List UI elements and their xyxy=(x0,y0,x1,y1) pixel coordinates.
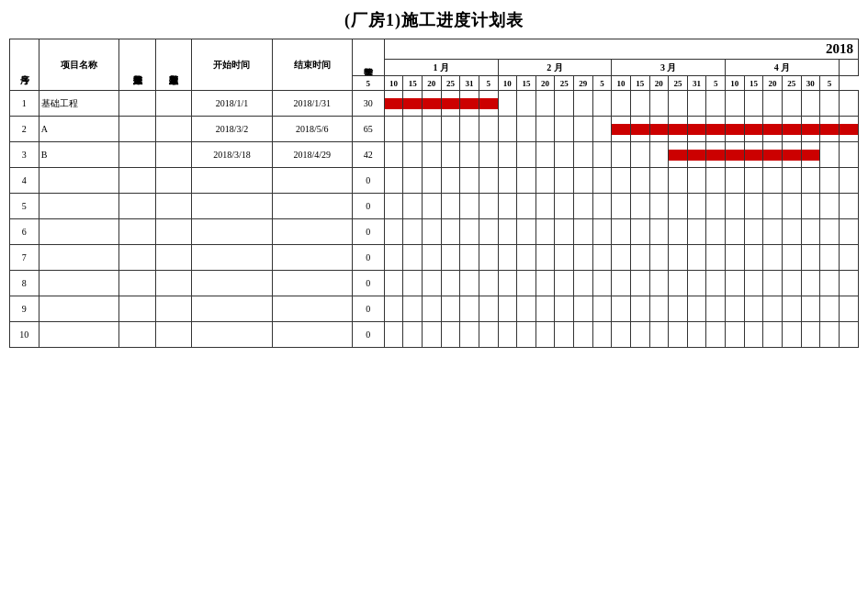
cell-name-3: B xyxy=(39,142,118,168)
cell-workers-9 xyxy=(119,296,156,322)
cell-workers-5 xyxy=(119,194,156,219)
gantt-table: 序号 项目名称 每天施工人数 定额总用工天数 开始时间 结束 xyxy=(9,39,859,348)
gantt-jan25-r1 xyxy=(460,91,479,117)
cell-start-10 xyxy=(192,322,272,348)
gantt-jan15-r1 xyxy=(423,91,442,117)
gantt-jan31-r1 xyxy=(479,91,498,117)
gantt-may5-r1 xyxy=(839,91,858,117)
col-header-workers: 每天施工人数 xyxy=(119,39,156,91)
table-row: 5 0 xyxy=(10,194,859,219)
cell-workers-10 xyxy=(119,322,156,348)
gantt-jan31-r2 xyxy=(479,117,498,142)
cell-days-7: 0 xyxy=(352,245,384,271)
cell-end-4 xyxy=(272,168,352,194)
gantt-jan20-r2 xyxy=(441,117,460,142)
gantt-mar31-r1 xyxy=(706,91,726,117)
day-feb-5: 5 xyxy=(479,76,498,91)
cell-end-2: 2018/5/6 xyxy=(272,117,352,142)
gantt-jan20-r3 xyxy=(441,142,460,168)
cell-workers-2 xyxy=(119,117,156,142)
gantt-mar20-r3 xyxy=(669,142,688,168)
gantt-mar5-r1 xyxy=(612,91,631,117)
cell-start-3: 2018/3/18 xyxy=(192,142,272,168)
gantt-apr20-r1 xyxy=(782,91,801,117)
day-feb-20: 20 xyxy=(535,76,555,91)
cell-days-4: 0 xyxy=(352,168,384,194)
gantt-mar15-r1 xyxy=(649,91,669,117)
cell-days-3: 42 xyxy=(352,142,384,168)
cell-quota-10 xyxy=(155,322,192,348)
gantt-feb5-r2 xyxy=(498,117,517,142)
day-jan-10: 10 xyxy=(384,76,403,91)
day-feb-25: 25 xyxy=(555,76,574,91)
cell-quota-8 xyxy=(155,271,192,296)
gantt-mar10-r1 xyxy=(630,91,649,117)
cell-workers-3 xyxy=(119,142,156,168)
month-mar: 3 月 xyxy=(612,60,726,76)
cell-seq-1: 1 xyxy=(10,91,39,117)
table-row: 8 0 xyxy=(10,271,859,296)
cell-seq-7: 7 xyxy=(10,245,39,271)
day-mar-10: 10 xyxy=(612,76,631,91)
gantt-jan5-r2 xyxy=(384,117,403,142)
cell-days-1: 30 xyxy=(352,91,384,117)
cell-end-5 xyxy=(272,194,352,219)
cell-name-10 xyxy=(39,322,118,348)
gantt-feb10-r1 xyxy=(517,91,536,117)
gantt-jan10-r3 xyxy=(403,142,423,168)
gantt-may5-r2 xyxy=(839,117,858,142)
header-year-row: 序号 项目名称 每天施工人数 定额总用工天数 开始时间 结束 xyxy=(10,39,859,60)
day-may-5: 5 xyxy=(820,76,840,91)
table-row: 4 0 xyxy=(10,168,859,194)
gantt-feb15-r3 xyxy=(535,142,555,168)
gantt-feb25-r1 xyxy=(574,91,593,117)
cell-end-7 xyxy=(272,245,352,271)
cell-start-1: 2018/1/1 xyxy=(192,91,272,117)
gantt-feb5-r3 xyxy=(498,142,517,168)
cell-name-8 xyxy=(39,271,118,296)
col-header-seq: 序号 xyxy=(10,39,39,91)
gantt-feb20-r3 xyxy=(555,142,574,168)
table-row: 10 0 xyxy=(10,322,859,348)
col-header-end: 结束时间 xyxy=(272,39,352,91)
gantt-apr20-r3 xyxy=(782,142,801,168)
gantt-apr15-r3 xyxy=(763,142,783,168)
month-apr: 4 月 xyxy=(726,60,840,76)
gantt-jan20-r1 xyxy=(441,91,460,117)
gantt-jan15-r3 xyxy=(423,142,442,168)
gantt-feb10-r2 xyxy=(517,117,536,142)
day-mar-15: 15 xyxy=(630,76,649,91)
page: (厂房1)施工进度计划表 xyxy=(0,0,868,614)
cell-end-8 xyxy=(272,271,352,296)
day-mar-5: 5 xyxy=(592,76,612,91)
gantt-table-wrapper: 序号 项目名称 每天施工人数 定额总用工天数 开始时间 结束 xyxy=(9,39,859,348)
gantt-apr25-r1 xyxy=(801,91,820,117)
day-jan-20: 20 xyxy=(423,76,442,91)
cell-days-2: 65 xyxy=(352,117,384,142)
gantt-apr25-r3 xyxy=(801,142,820,168)
table-row: 2 A 2018/3/2 2018/5/6 65 xyxy=(10,117,859,142)
cell-end-6 xyxy=(272,219,352,245)
month-may-partial xyxy=(839,60,858,76)
day-jan-25: 25 xyxy=(441,76,460,91)
gantt-feb20-r1 xyxy=(555,91,574,117)
cell-seq-5: 5 xyxy=(10,194,39,219)
cell-days-9: 0 xyxy=(352,296,384,322)
day-feb-15: 15 xyxy=(517,76,536,91)
cell-quota-4 xyxy=(155,168,192,194)
day-jan-15: 15 xyxy=(403,76,423,91)
cell-seq-8: 8 xyxy=(10,271,39,296)
gantt-feb29-r2 xyxy=(592,117,612,142)
gantt-jan25-r2 xyxy=(460,117,479,142)
gantt-apr5-r3 xyxy=(726,142,745,168)
day-apr-30: 30 xyxy=(801,76,820,91)
cell-workers-8 xyxy=(119,271,156,296)
table-row: 1 基础工程 2018/1/1 2018/1/31 30 xyxy=(10,91,859,117)
day-apr-10: 10 xyxy=(726,76,745,91)
year-header: 2018 xyxy=(384,39,858,60)
gantt-feb25-r3 xyxy=(574,142,593,168)
gantt-feb10-r3 xyxy=(517,142,536,168)
table-row: 9 0 xyxy=(10,296,859,322)
gantt-jan15-r2 xyxy=(423,117,442,142)
gantt-apr30-r3 xyxy=(820,142,840,168)
